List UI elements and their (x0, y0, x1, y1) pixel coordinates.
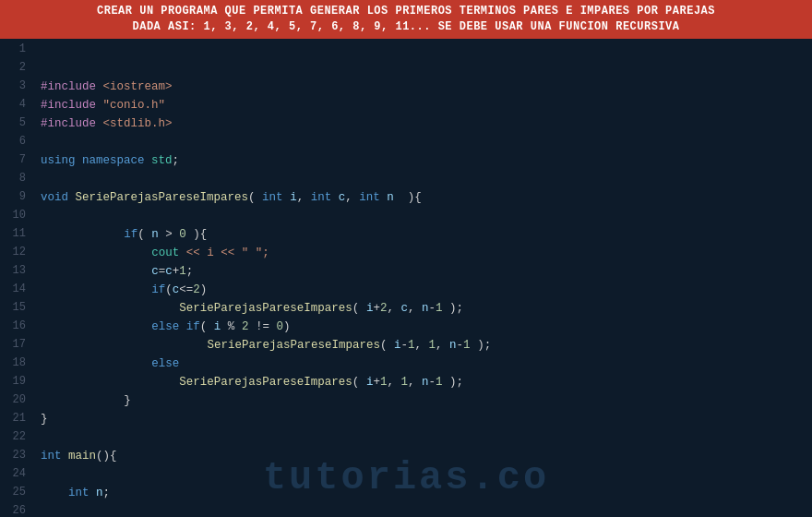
code-line: using namespace std; (41, 151, 805, 170)
code-area: 1234567891011121314151617181920212223242… (0, 39, 812, 517)
code-line (41, 207, 805, 225)
line-number: 9 (7, 188, 26, 207)
line-number: 11 (7, 225, 26, 244)
line-number: 10 (7, 207, 26, 225)
line-number: 13 (7, 262, 26, 281)
code-line: else (41, 355, 805, 373)
code-line: int main(){ (41, 447, 805, 465)
line-number: 7 (7, 151, 26, 170)
code-line: if( n > 0 ){ (41, 225, 805, 244)
line-number: 23 (7, 447, 26, 465)
line-number: 17 (7, 336, 26, 355)
code-line: cout << i << " "; (41, 244, 805, 262)
header-line1: CREAR UN PROGRAMA QUE PERMITA GENERAR LO… (7, 4, 805, 19)
code-line: int n; (41, 484, 805, 502)
line-number: 5 (7, 114, 26, 133)
line-number: 22 (7, 428, 26, 447)
code-line (41, 502, 805, 517)
code-line: void SerieParejasPareseImpares( int i, i… (41, 188, 805, 207)
code-line (41, 428, 805, 447)
line-number: 15 (7, 299, 26, 318)
code-editor: CREAR UN PROGRAMA QUE PERMITA GENERAR LO… (0, 0, 812, 517)
code-line: else if( i % 2 != 0) (41, 318, 805, 336)
code-line: #include "conio.h" (41, 96, 805, 114)
line-numbers: 1234567891011121314151617181920212223242… (0, 39, 33, 517)
code-content: #include <iostream>#include "conio.h"#in… (33, 39, 812, 517)
line-number: 1 (7, 41, 26, 59)
line-number: 20 (7, 391, 26, 410)
line-number: 14 (7, 281, 26, 299)
line-number: 25 (7, 484, 26, 502)
line-number: 26 (7, 502, 26, 517)
code-line: c=c+1; (41, 262, 805, 281)
code-line: #include <iostream> (41, 78, 805, 96)
code-line: SerieParejasPareseImpares( i+1, 1, n-1 )… (41, 373, 805, 391)
line-number: 24 (7, 465, 26, 484)
line-number: 21 (7, 410, 26, 428)
line-number: 8 (7, 170, 26, 188)
line-number: 3 (7, 78, 26, 96)
code-line (41, 133, 805, 151)
header-banner: CREAR UN PROGRAMA QUE PERMITA GENERAR LO… (0, 0, 812, 39)
code-line: SerieParejasPareseImpares( i+2, c, n-1 )… (41, 299, 805, 318)
code-line (41, 41, 805, 59)
line-number: 18 (7, 355, 26, 373)
code-line: } (41, 410, 805, 428)
line-number: 12 (7, 244, 26, 262)
code-line: #include <stdlib.h> (41, 114, 805, 133)
line-number: 2 (7, 59, 26, 78)
code-line (41, 465, 805, 484)
header-line2: DADA ASI: 1, 3, 2, 4, 5, 7, 6, 8, 9, 11.… (7, 19, 805, 35)
line-number: 16 (7, 318, 26, 336)
code-line (41, 170, 805, 188)
code-line: SerieParejasPareseImpares( i-1, 1, n-1 )… (41, 336, 805, 355)
line-number: 6 (7, 133, 26, 151)
line-number: 4 (7, 96, 26, 114)
line-number: 19 (7, 373, 26, 391)
code-line: if(c<=2) (41, 281, 805, 299)
code-line (41, 59, 805, 78)
code-line: } (41, 391, 805, 410)
